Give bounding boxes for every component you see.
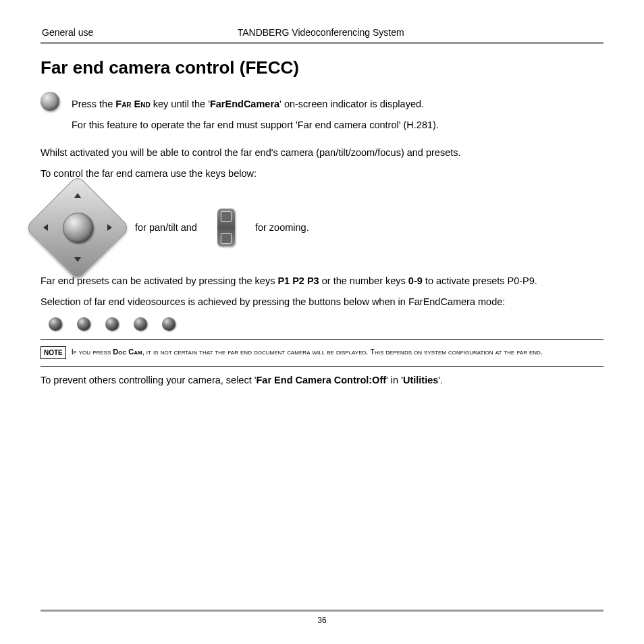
source-button-icon	[77, 317, 90, 331]
farendcamera-indicator: FarEndCamera	[210, 99, 279, 109]
preset-keys-label: P1 P2 P3	[277, 275, 319, 286]
arrow-down-icon	[74, 257, 81, 262]
pan-tilt-label: for pan/tilt and	[135, 222, 197, 233]
number-keys-label: 0-9	[408, 275, 423, 286]
divider	[41, 339, 603, 340]
page-number: 36	[41, 616, 603, 625]
arrow-up-icon	[74, 193, 81, 198]
video-source-buttons	[49, 317, 603, 331]
zoom-rocker-icon	[217, 209, 235, 246]
source-button-icon	[134, 317, 147, 331]
zoom-label: for zooming.	[255, 222, 309, 233]
divider	[41, 366, 603, 367]
doc-cam-key-label: Doc Cam	[113, 348, 142, 356]
controls-row: for pan/tilt and for zooming.	[41, 190, 603, 265]
paragraph-1: Press the Far End key until the 'FarEndC…	[72, 97, 603, 111]
paragraph-3: Whilst activated you will be able to con…	[41, 146, 603, 160]
note-block: NOTE If you press Doc Cam, it is not cer…	[41, 346, 603, 359]
fecc-off-label: Far End Camera Control:Off	[257, 375, 387, 385]
paragraph-4: To control the far end camera use the ke…	[41, 167, 603, 181]
paragraph-6: Selection of far end videosources is ach…	[41, 295, 603, 309]
paragraph-7: To prevent others controlling your camer…	[41, 373, 603, 387]
source-button-icon	[49, 317, 62, 331]
arrow-left-icon	[43, 224, 48, 231]
far-end-key-label: Far End	[115, 99, 150, 109]
utilities-label: Utilities	[403, 375, 438, 385]
footer-divider	[41, 610, 603, 612]
page-header: General use TANDBERG Videoconferencing S…	[41, 27, 603, 38]
zoom-out-icon	[221, 233, 232, 244]
intro-block: Press the Far End key until the 'FarEndC…	[41, 90, 603, 139]
header-divider	[41, 42, 603, 44]
page-footer: 36	[41, 610, 603, 625]
note-badge: NOTE	[41, 346, 66, 359]
zoom-in-icon	[221, 211, 232, 222]
paragraph-5: Far end presets can be activated by pres…	[41, 274, 603, 288]
note-text: If you press Doc Cam, it is not certain …	[72, 346, 603, 359]
source-button-icon	[162, 317, 176, 331]
dpad-icon	[41, 190, 115, 265]
page-title: Far end camera control (FECC)	[41, 57, 603, 78]
far-end-button-icon	[41, 92, 59, 111]
paragraph-2: For this feature to operate the far end …	[72, 118, 603, 132]
header-center: TANDBERG Videoconferencing System	[93, 27, 548, 38]
header-left: General use	[42, 27, 93, 38]
arrow-right-icon	[107, 224, 112, 231]
source-button-icon	[105, 317, 119, 331]
document-page: General use TANDBERG Videoconferencing S…	[0, 0, 644, 644]
